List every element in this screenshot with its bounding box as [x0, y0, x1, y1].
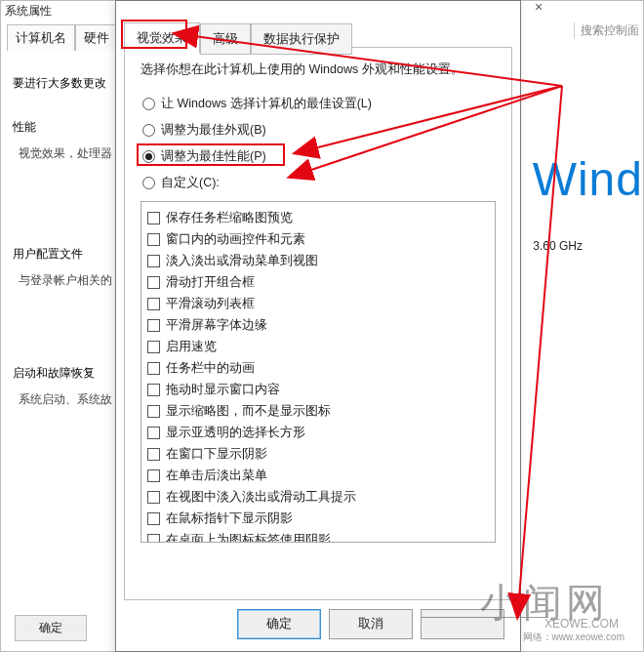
- cpu-ghz: 3.60 GHz: [533, 239, 583, 253]
- checkbox-row[interactable]: 在桌面上为图标标签使用阴影: [147, 532, 489, 543]
- checkbox-icon: [147, 469, 160, 482]
- performance-options-dialog: 视觉效果 高级 数据执行保护 选择你想在此计算机上使用的 Windows 外观和…: [115, 0, 521, 652]
- bg-profile-sub: 与登录帐户相关的: [19, 272, 120, 289]
- bg-tab-computer-name[interactable]: 计算机名: [7, 24, 75, 51]
- checkbox-label: 拖动时显示窗口内容: [166, 382, 280, 398]
- checkbox-row[interactable]: 在视图中淡入淡出或滑动工具提示: [147, 489, 489, 506]
- bg-startup-sub: 系统启动、系统故: [19, 391, 120, 408]
- radio-custom[interactable]: 自定义(C):: [142, 175, 496, 191]
- checkbox-label: 启用速览: [166, 339, 217, 355]
- ok-button[interactable]: 确定: [237, 609, 321, 639]
- bg-perf-sub: 视觉效果，处理器: [19, 145, 120, 162]
- tab-advanced[interactable]: 高级: [200, 23, 251, 55]
- checkbox-row[interactable]: 任务栏中的动画: [147, 360, 489, 377]
- radio-icon: [142, 177, 155, 189]
- radio-icon: [142, 124, 155, 137]
- checkbox-label: 任务栏中的动画: [166, 360, 255, 377]
- checkbox-label: 在视图中淡入淡出或滑动工具提示: [166, 489, 356, 506]
- checkbox-icon: [147, 276, 160, 289]
- checkbox-icon: [147, 341, 160, 353]
- checkbox-icon: [147, 534, 160, 543]
- visual-effects-list[interactable]: 保存任务栏缩略图预览窗口内的动画控件和元素淡入淡出或滑动菜单到视图滑动打开组合框…: [141, 201, 496, 543]
- checkbox-icon: [147, 448, 160, 461]
- radio-let-windows[interactable]: 让 Windows 选择计算机的最佳设置(L): [142, 96, 496, 112]
- checkbox-icon: [147, 319, 160, 332]
- search-placeholder[interactable]: 搜索控制面: [574, 22, 639, 39]
- radio-best-appearance[interactable]: 调整为最佳外观(B): [142, 122, 496, 139]
- checkbox-icon: [147, 212, 160, 224]
- tab-dep[interactable]: 数据执行保护: [251, 23, 352, 55]
- checkbox-label: 显示亚透明的选择长方形: [166, 425, 305, 441]
- checkbox-icon: [147, 384, 160, 396]
- checkbox-label: 窗口内的动画控件和元素: [166, 231, 305, 248]
- checkbox-row[interactable]: 显示亚透明的选择长方形: [147, 425, 489, 441]
- checkbox-row[interactable]: 在鼠标指针下显示阴影: [147, 510, 489, 527]
- checkbox-row[interactable]: 滑动打开组合框: [147, 274, 489, 291]
- checkbox-icon: [147, 298, 160, 310]
- checkbox-label: 淡入淡出或滑动菜单到视图: [166, 253, 318, 269]
- dialog-body: 选择你想在此计算机上使用的 Windows 外观和性能设置。 让 Windows…: [124, 47, 512, 600]
- checkbox-row[interactable]: 保存任务栏缩略图预览: [147, 210, 489, 226]
- checkbox-label: 在桌面上为图标标签使用阴影: [166, 532, 331, 543]
- checkbox-row[interactable]: 拖动时显示窗口内容: [147, 382, 489, 398]
- bg-tab-hardware[interactable]: 硬件: [75, 24, 118, 51]
- checkbox-icon: [147, 405, 160, 418]
- apply-button[interactable]: .: [421, 609, 504, 639]
- checkbox-row[interactable]: 窗口内的动画控件和元素: [147, 231, 489, 248]
- radio-label: 调整为最佳性能(P): [161, 148, 266, 165]
- checkbox-row[interactable]: 淡入淡出或滑动菜单到视图: [147, 253, 489, 269]
- bg-profile-title: 用户配置文件: [13, 246, 120, 263]
- bg-startup-title: 启动和故障恢复: [13, 365, 120, 382]
- checkbox-label: 在鼠标指针下显示阴影: [166, 510, 293, 527]
- windows-brand-fragment: Wind: [533, 152, 643, 206]
- bg-heading: 要进行大多数更改: [13, 75, 120, 92]
- dialog-buttons: 确定 取消 .: [237, 609, 504, 639]
- checkbox-label: 保存任务栏缩略图预览: [166, 210, 293, 226]
- checkbox-row[interactable]: 启用速览: [147, 339, 489, 355]
- checkbox-label: 平滑屏幕字体边缘: [166, 317, 267, 334]
- checkbox-label: 显示缩略图，而不是显示图标: [166, 403, 331, 420]
- dialog-description: 选择你想在此计算机上使用的 Windows 外观和性能设置。: [141, 61, 496, 78]
- bg-title: 系统属性: [5, 3, 52, 20]
- radio-icon: [142, 150, 155, 163]
- checkbox-row[interactable]: 在单击后淡出菜单: [147, 468, 489, 484]
- checkbox-label: 滑动打开组合框: [166, 274, 255, 291]
- checkbox-label: 在窗口下显示阴影: [166, 446, 267, 463]
- checkbox-row[interactable]: 在窗口下显示阴影: [147, 446, 489, 463]
- radio-best-performance[interactable]: 调整为最佳性能(P): [142, 148, 496, 165]
- checkbox-row[interactable]: 平滑滚动列表框: [147, 296, 489, 312]
- bg-perf-title: 性能: [13, 119, 120, 136]
- checkbox-icon: [147, 512, 160, 525]
- checkbox-icon: [147, 255, 160, 267]
- checkbox-icon: [147, 233, 160, 246]
- tab-visual-effects[interactable]: 视觉效果: [124, 22, 200, 54]
- checkbox-label: 在单击后淡出菜单: [166, 468, 267, 484]
- radio-label: 让 Windows 选择计算机的最佳设置(L): [161, 96, 372, 112]
- radio-label: 自定义(C):: [161, 175, 220, 191]
- cancel-button[interactable]: 取消: [329, 609, 413, 639]
- checkbox-icon: [147, 427, 160, 439]
- checkbox-icon: [147, 362, 160, 375]
- bg-ok-button[interactable]: 确定: [15, 615, 87, 641]
- radio-icon: [142, 98, 155, 110]
- checkbox-row[interactable]: 显示缩略图，而不是显示图标: [147, 403, 489, 420]
- checkbox-icon: [147, 491, 160, 504]
- dialog-tabs: 视觉效果 高级 数据执行保护: [124, 22, 352, 54]
- checkbox-row[interactable]: 平滑屏幕字体边缘: [147, 317, 489, 334]
- bg-left-panel: 要进行大多数更改 性能 视觉效果，处理器 用户配置文件 与登录帐户相关的 启动和…: [13, 69, 120, 408]
- radio-label: 调整为最佳外观(B): [161, 122, 266, 139]
- checkbox-label: 平滑滚动列表框: [166, 296, 255, 312]
- close-icon[interactable]: ×: [516, 0, 561, 19]
